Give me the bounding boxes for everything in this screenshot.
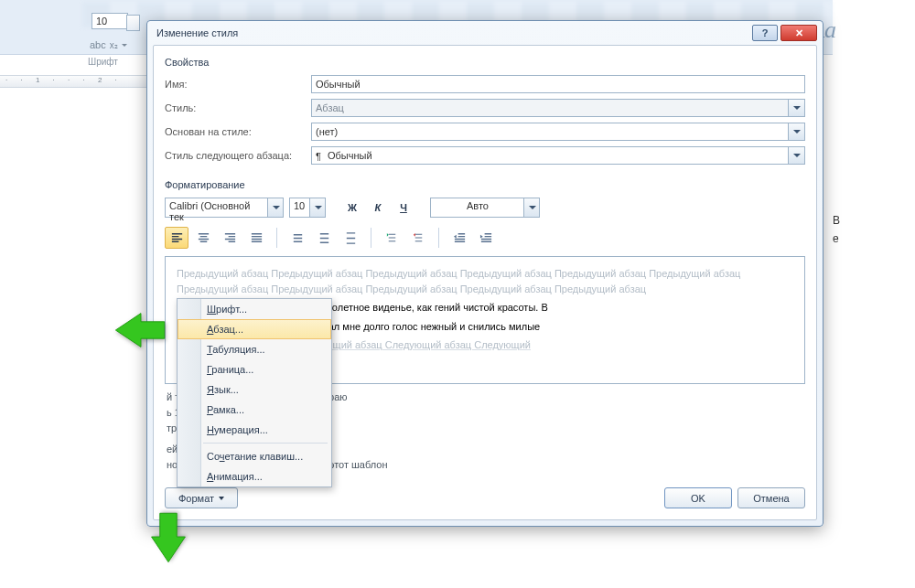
italic-button[interactable]: К [368,198,388,218]
svg-marker-0 [115,314,164,347]
menu-separator [203,443,328,444]
font-size-value: 10 [294,200,305,211]
menu-tabs[interactable]: Табуляция... [178,339,331,359]
font-size-combo[interactable]: 10 [289,198,326,218]
align-right-button[interactable] [218,227,242,249]
menu-shortcut[interactable]: Сочетание клавиш... [178,446,331,466]
menu-numbering[interactable]: Нумерация... [178,420,331,440]
menu-animation[interactable]: Анимация... [178,466,331,486]
nextpara-value: Обычный [328,150,372,161]
name-label: Имя: [165,79,311,90]
align-left-button[interactable] [165,227,188,249]
doc-text-fragment: В [833,214,840,227]
menu-language[interactable]: Язык... [178,380,331,400]
font-combo-value: Calibri (Основной тек [169,200,250,222]
x2-label: x₂ [110,40,118,50]
separator [438,228,439,248]
dialog-title: Изменение стиля [156,27,749,38]
font-size-input[interactable]: 10 [92,13,128,29]
chevron-down-icon [309,198,325,217]
formatting-group-title: Форматирование [165,179,805,190]
font-color-combo[interactable]: Авто [430,198,540,218]
svg-marker-1 [152,513,186,561]
format-button[interactable]: Формат [165,487,238,508]
format-button-label: Формат [178,493,214,504]
menu-border[interactable]: Граница... [178,359,331,380]
spacing-1-button[interactable] [285,227,309,249]
annotation-arrow-icon [147,511,189,562]
basedon-label: Основан на стиле: [165,126,311,137]
indent-increase-button[interactable] [474,227,498,249]
chevron-down-icon [219,497,224,500]
separator [276,228,277,248]
chevron-down-icon [523,198,539,217]
styletype-value: Абзац [316,102,344,113]
close-button[interactable]: ✕ [780,25,817,41]
cancel-button[interactable]: Отмена [737,487,805,508]
preview-prev-text: Предыдущий абзац Предыдущий абзац Предыд… [177,266,793,296]
align-center-button[interactable] [191,227,215,249]
space-before-dec-button[interactable] [406,227,430,249]
chevron-down-icon [122,44,127,47]
menu-frame[interactable]: Рамка... [178,400,331,420]
menu-paragraph[interactable]: Абзац... [178,319,331,339]
help-button[interactable]: ? [752,25,778,41]
font-combo[interactable]: Calibri (Основной тек [165,198,284,218]
titlebar: Изменение стиля ? ✕ [147,21,823,45]
format-menu: Шрифт... Абзац... Табуляция... Граница..… [177,298,332,487]
font-group-label: Шрифт [84,55,122,69]
properties-group-title: Свойства [165,57,805,68]
font-color-value: Авто [467,200,489,211]
menu-font[interactable]: Шрифт... [178,299,331,319]
pilcrow-icon: ¶ [316,149,321,164]
chevron-down-icon [788,147,804,164]
indent-decrease-button[interactable] [447,227,471,249]
basedon-combo[interactable]: (нет) [311,123,805,141]
nextpara-combo[interactable]: ¶ Обычный [311,146,805,165]
bold-button[interactable]: Ж [342,198,362,218]
separator [371,228,371,248]
name-input[interactable] [311,75,805,93]
align-justify-button[interactable] [244,227,268,249]
underline-button[interactable]: Ч [393,198,414,218]
styletype-combo[interactable]: Абзац [311,99,805,117]
doc-text-fragment: e [833,232,839,245]
space-before-inc-button[interactable] [380,227,404,249]
ruler: · · 1 · · · 2 · [0,75,146,88]
subscript-group: abc x₂ [90,39,127,50]
annotation-arrow-icon [115,309,167,351]
chevron-down-icon [788,123,804,140]
basedon-value: (нет) [316,126,338,137]
ok-button[interactable]: OK [664,487,732,508]
spacing-2-button[interactable] [339,227,362,249]
abc-label: abc [90,39,106,50]
styletype-label: Стиль: [165,102,311,113]
chevron-down-icon [788,100,804,116]
spacing-15-button[interactable] [312,227,336,249]
modify-style-dialog: Изменение стиля ? ✕ Свойства Имя: Стиль:… [146,20,824,527]
nextpara-label: Стиль следующего абзаца: [165,150,311,161]
chevron-down-icon [267,198,283,217]
